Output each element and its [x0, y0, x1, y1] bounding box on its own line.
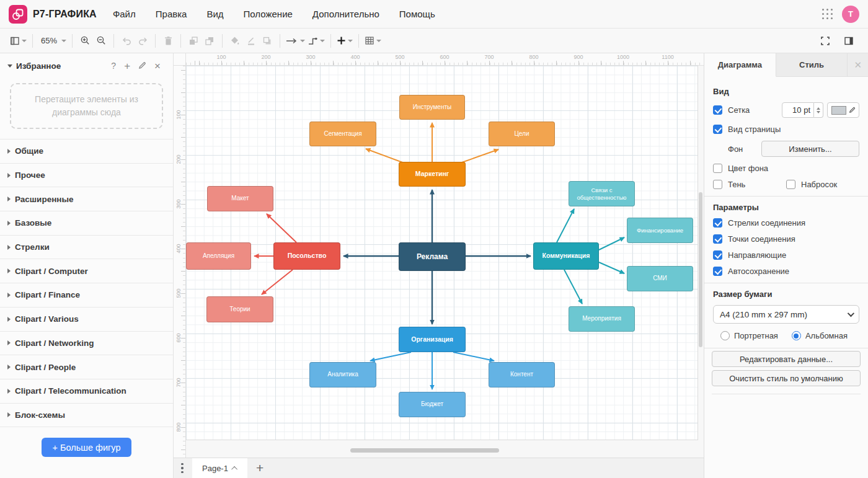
- diagram-edge-13[interactable]: [599, 262, 624, 273]
- page-view-checkbox[interactable]: [713, 125, 722, 134]
- diagram-node-10[interactable]: Коммуникация: [533, 242, 599, 270]
- diagram-edge-8[interactable]: [267, 214, 296, 242]
- format-panel-toggle-button[interactable]: [841, 33, 857, 49]
- favorites-dropzone[interactable]: Перетащите элементы из диаграммы сюда: [10, 83, 163, 129]
- diagram-node-5[interactable]: Реклама: [399, 242, 466, 271]
- landscape-radio[interactable]: [792, 331, 801, 340]
- zoom-level-dropdown[interactable]: 65%: [37, 33, 68, 49]
- paper-size-select[interactable]: A4 (210 mm x 297 mm): [713, 305, 859, 324]
- sidebar-section-7[interactable]: Clipart / Finance: [0, 283, 173, 308]
- grid-size-stepper[interactable]: [814, 102, 823, 118]
- panel-close-icon[interactable]: ✕: [848, 53, 868, 76]
- diagram-node-12[interactable]: Финансирование: [627, 218, 693, 243]
- edit-pencil-icon[interactable]: [138, 61, 146, 71]
- tab-diagram[interactable]: Диаграмма: [704, 53, 776, 77]
- diagram-node-15[interactable]: Организация: [399, 327, 466, 352]
- close-icon[interactable]: ×: [154, 61, 161, 71]
- diagram-edge-15[interactable]: [370, 352, 411, 361]
- option-checkbox-1[interactable]: [713, 218, 722, 228]
- diagram-node-11[interactable]: Связи с общественностью: [569, 181, 635, 206]
- waypoints-button[interactable]: [306, 33, 326, 49]
- diagram-node-1[interactable]: Инструменты: [399, 95, 465, 120]
- to-back-button[interactable]: [202, 33, 218, 49]
- menu-item-4[interactable]: Положение: [234, 5, 303, 23]
- sidebar-section-2[interactable]: Прочее: [0, 164, 173, 188]
- fullscreen-button[interactable]: [817, 33, 833, 49]
- sidebar-section-3[interactable]: Расширенные: [0, 187, 173, 211]
- diagram-node-6[interactable]: Посольство: [273, 242, 340, 270]
- option-checkbox-2[interactable]: [713, 234, 722, 244]
- vertical-scrollbar[interactable]: [699, 192, 702, 347]
- diagram-node-3[interactable]: Цели: [489, 122, 555, 146]
- diagram-node-17[interactable]: Контент: [489, 362, 555, 387]
- menu-item-1[interactable]: Файл: [103, 5, 146, 23]
- orientation-landscape[interactable]: Альбомная: [792, 331, 848, 340]
- change-background-button[interactable]: Изменить...: [761, 141, 859, 157]
- diagram-edge-17[interactable]: [453, 352, 494, 361]
- menu-item-6[interactable]: Помощь: [389, 5, 445, 23]
- connection-style-button[interactable]: [285, 33, 306, 49]
- zoom-out-button[interactable]: [93, 33, 109, 49]
- more-shapes-button[interactable]: + Больше фигур: [42, 438, 132, 457]
- sidebar-section-6[interactable]: Clipart / Computer: [0, 259, 173, 283]
- menu-item-3[interactable]: Вид: [197, 5, 233, 23]
- diagram-node-4[interactable]: Маркетинг: [399, 162, 466, 187]
- menu-item-5[interactable]: Дополнительно: [303, 5, 389, 23]
- sidebar-section-9[interactable]: Clipart / Networking: [0, 332, 173, 356]
- bg-color-checkbox[interactable]: [713, 164, 722, 173]
- apps-grid-icon[interactable]: [822, 9, 833, 20]
- sidebar-section-5[interactable]: Стрелки: [0, 236, 173, 260]
- page-view-button[interactable]: [9, 33, 28, 49]
- add-page-button[interactable]: +: [256, 461, 264, 476]
- sidebar-section-4[interactable]: Базовые: [0, 211, 173, 236]
- horizontal-scrollbar[interactable]: [350, 448, 499, 453]
- pages-menu-icon[interactable]: [181, 463, 184, 474]
- to-front-button[interactable]: [185, 33, 202, 49]
- diagram-node-2[interactable]: Сегментация: [309, 122, 376, 146]
- option-checkbox-3[interactable]: [713, 250, 722, 260]
- diagram-edge-10[interactable]: [262, 270, 293, 294]
- diagram-edge-6[interactable]: [366, 149, 404, 163]
- table-button[interactable]: [363, 33, 383, 49]
- drawing-canvas[interactable]: ИнструментыСегментацияЦелиМаркетингРекла…: [186, 66, 704, 458]
- avatar[interactable]: T: [842, 6, 859, 23]
- diagram-edge-7[interactable]: [460, 149, 498, 163]
- sketch-checkbox[interactable]: [786, 180, 795, 189]
- undo-button[interactable]: [118, 33, 135, 49]
- option-checkbox-4[interactable]: [713, 267, 722, 276]
- sidebar-section-11[interactable]: Clipart / Telecommunication: [0, 379, 173, 404]
- diagram-node-9[interactable]: Теории: [206, 296, 273, 322]
- edit-data-button[interactable]: Редактировать данные...: [712, 351, 861, 367]
- delete-button[interactable]: [160, 33, 176, 49]
- shadow-checkbox[interactable]: [713, 180, 722, 189]
- grid-size-input[interactable]: 10 pt: [782, 102, 814, 118]
- grid-color-button[interactable]: [827, 102, 859, 118]
- app-logo-icon[interactable]: [9, 5, 27, 24]
- redo-button[interactable]: [135, 33, 151, 49]
- diagram-node-16[interactable]: Аналитика: [309, 362, 376, 387]
- menu-item-2[interactable]: Правка: [146, 5, 197, 23]
- sidebar-section-12[interactable]: Блок-схемы: [0, 404, 173, 428]
- diagram-node-18[interactable]: Бюджет: [399, 392, 466, 417]
- orientation-portrait[interactable]: Портретная: [720, 331, 778, 340]
- sidebar-section-8[interactable]: Clipart / Various: [0, 308, 173, 332]
- add-palette-icon[interactable]: +: [124, 61, 130, 71]
- diagram-node-13[interactable]: СМИ: [627, 266, 693, 291]
- tab-style[interactable]: Стиль: [776, 53, 848, 76]
- grid-checkbox[interactable]: [713, 105, 722, 115]
- diagram-node-14[interactable]: Мероприятия: [569, 306, 635, 332]
- favorites-section-header[interactable]: Избранное ? + ×: [0, 53, 173, 78]
- diagram-node-7[interactable]: Макет: [207, 186, 273, 211]
- sidebar-section-10[interactable]: Clipart / People: [0, 355, 173, 379]
- shadow-button[interactable]: [259, 33, 275, 49]
- fill-color-button[interactable]: [227, 33, 243, 49]
- zoom-in-button[interactable]: [77, 33, 93, 49]
- diagram-edge-14[interactable]: [564, 270, 582, 304]
- line-color-button[interactable]: [243, 33, 259, 49]
- sidebar-section-1[interactable]: Общие: [0, 139, 173, 164]
- clear-default-style-button[interactable]: Очистить стиль по умолчанию: [712, 370, 861, 386]
- diagram-edge-11[interactable]: [557, 209, 574, 242]
- portrait-radio[interactable]: [720, 331, 730, 340]
- diagram-node-8[interactable]: Апелляция: [186, 242, 251, 270]
- diagram-edge-12[interactable]: [599, 237, 624, 250]
